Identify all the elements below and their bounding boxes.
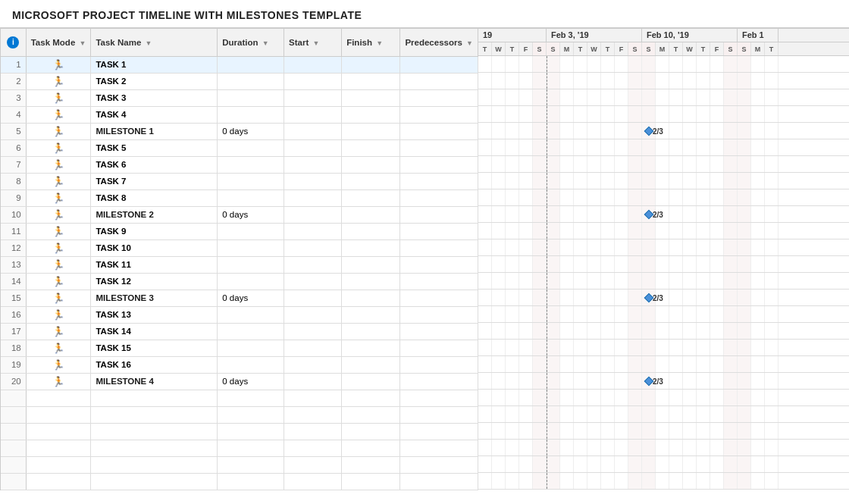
task-finish-cell[interactable] — [342, 390, 400, 406]
task-predecessors-cell[interactable] — [400, 73, 478, 89]
task-predecessors-cell[interactable] — [400, 456, 478, 473]
task-name-cell[interactable]: MILESTONE 3 — [91, 290, 218, 306]
task-start-cell[interactable] — [284, 239, 342, 256]
task-name-cell[interactable]: TASK 5 — [91, 139, 218, 156]
task-start-cell[interactable] — [284, 390, 342, 406]
task-predecessors-cell[interactable] — [400, 440, 478, 456]
task-name-cell[interactable]: TASK 3 — [91, 89, 218, 106]
task-predecessors-cell[interactable] — [400, 106, 478, 123]
task-duration-cell[interactable]: 0 days — [218, 123, 284, 139]
task-start-cell[interactable] — [284, 56, 342, 73]
table-row[interactable]: 12 🏃 TASK 10 — [1, 239, 478, 256]
task-duration-cell[interactable] — [218, 323, 284, 340]
task-predecessors-cell[interactable] — [400, 256, 478, 273]
task-duration-cell[interactable] — [218, 456, 284, 473]
task-finish-cell[interactable] — [342, 156, 400, 173]
task-predecessors-cell[interactable] — [400, 423, 478, 440]
task-start-cell[interactable] — [284, 290, 342, 306]
task-name-cell[interactable] — [91, 406, 218, 423]
task-predecessors-cell[interactable] — [400, 406, 478, 423]
task-start-cell[interactable] — [284, 256, 342, 273]
task-finish-cell[interactable] — [342, 440, 400, 456]
task-duration-cell[interactable] — [218, 356, 284, 373]
task-start-cell[interactable] — [284, 123, 342, 139]
task-start-cell[interactable] — [284, 373, 342, 390]
task-finish-cell[interactable] — [342, 256, 400, 273]
table-row[interactable]: 16 🏃 TASK 13 — [1, 306, 478, 323]
task-finish-cell[interactable] — [342, 323, 400, 340]
task-duration-cell[interactable] — [218, 173, 284, 189]
task-duration-cell[interactable] — [218, 239, 284, 256]
table-row[interactable]: 10 🏃 MILESTONE 2 0 days — [1, 206, 478, 223]
task-predecessors-cell[interactable] — [400, 89, 478, 106]
task-finish-cell[interactable] — [342, 139, 400, 156]
task-predecessors-cell[interactable] — [400, 340, 478, 356]
task-duration-cell[interactable] — [218, 106, 284, 123]
task-name-cell[interactable] — [91, 390, 218, 406]
task-name-cell[interactable] — [91, 440, 218, 456]
task-predecessors-cell[interactable] — [400, 373, 478, 390]
task-predecessors-cell[interactable] — [400, 323, 478, 340]
task-finish-cell[interactable] — [342, 223, 400, 239]
task-duration-cell[interactable] — [218, 223, 284, 239]
col-header-start[interactable]: Start ▼ — [284, 29, 342, 56]
table-row[interactable]: 6 🏃 TASK 5 — [1, 139, 478, 156]
task-start-cell[interactable] — [284, 473, 342, 490]
task-predecessors-cell[interactable] — [400, 306, 478, 323]
task-duration-cell[interactable] — [218, 473, 284, 490]
table-row[interactable]: 7 🏃 TASK 6 — [1, 156, 478, 173]
task-start-cell[interactable] — [284, 206, 342, 223]
task-start-cell[interactable] — [284, 406, 342, 423]
task-name-cell[interactable] — [91, 423, 218, 440]
task-finish-cell[interactable] — [342, 373, 400, 390]
task-start-cell[interactable] — [284, 306, 342, 323]
task-duration-cell[interactable] — [218, 340, 284, 356]
task-finish-cell[interactable] — [342, 473, 400, 490]
col-header-duration[interactable]: Duration ▼ — [218, 29, 284, 56]
task-name-cell[interactable]: MILESTONE 4 — [91, 373, 218, 390]
task-finish-cell[interactable] — [342, 173, 400, 189]
table-row[interactable]: 17 🏃 TASK 14 — [1, 323, 478, 340]
task-duration-cell[interactable] — [218, 306, 284, 323]
task-duration-cell[interactable] — [218, 390, 284, 406]
task-duration-cell[interactable] — [218, 73, 284, 89]
table-row[interactable]: 8 🏃 TASK 7 — [1, 173, 478, 189]
task-finish-cell[interactable] — [342, 56, 400, 73]
task-start-cell[interactable] — [284, 323, 342, 340]
task-finish-cell[interactable] — [342, 306, 400, 323]
task-start-cell[interactable] — [284, 156, 342, 173]
task-start-cell[interactable] — [284, 73, 342, 89]
table-row[interactable]: 4 🏃 TASK 4 — [1, 106, 478, 123]
task-start-cell[interactable] — [284, 273, 342, 290]
task-predecessors-cell[interactable] — [400, 156, 478, 173]
task-name-cell[interactable]: TASK 11 — [91, 256, 218, 273]
task-finish-cell[interactable] — [342, 356, 400, 373]
task-duration-cell[interactable] — [218, 56, 284, 73]
task-finish-cell[interactable] — [342, 423, 400, 440]
task-name-cell[interactable]: MILESTONE 1 — [91, 123, 218, 139]
table-row[interactable]: 1 🏃 TASK 1 — [1, 56, 478, 73]
col-header-task-mode[interactable]: Task Mode ▼ — [26, 29, 91, 56]
table-row[interactable]: 9 🏃 TASK 8 — [1, 189, 478, 206]
task-start-cell[interactable] — [284, 440, 342, 456]
task-start-cell[interactable] — [284, 423, 342, 440]
task-duration-cell[interactable] — [218, 273, 284, 290]
task-finish-cell[interactable] — [342, 106, 400, 123]
task-predecessors-cell[interactable] — [400, 123, 478, 139]
table-row[interactable]: 3 🏃 TASK 3 — [1, 89, 478, 106]
task-duration-cell[interactable] — [218, 256, 284, 273]
table-row[interactable]: 5 🏃 MILESTONE 1 0 days — [1, 123, 478, 139]
table-row[interactable]: 13 🏃 TASK 11 — [1, 256, 478, 273]
task-finish-cell[interactable] — [342, 73, 400, 89]
task-finish-cell[interactable] — [342, 273, 400, 290]
task-start-cell[interactable] — [284, 139, 342, 156]
task-finish-cell[interactable] — [342, 89, 400, 106]
task-duration-cell[interactable] — [218, 139, 284, 156]
task-name-cell[interactable]: TASK 7 — [91, 173, 218, 189]
task-name-cell[interactable]: MILESTONE 2 — [91, 206, 218, 223]
task-start-cell[interactable] — [284, 223, 342, 239]
task-finish-cell[interactable] — [342, 123, 400, 139]
task-name-cell[interactable]: TASK 1 — [91, 56, 218, 73]
task-finish-cell[interactable] — [342, 239, 400, 256]
task-start-cell[interactable] — [284, 340, 342, 356]
